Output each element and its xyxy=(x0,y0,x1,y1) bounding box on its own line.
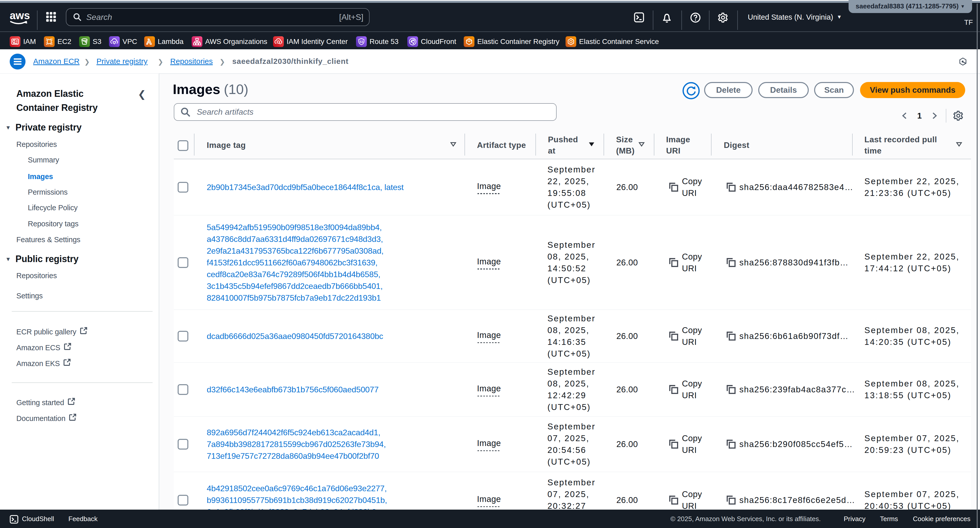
svg-text:53: 53 xyxy=(360,40,363,44)
svg-text:aws: aws xyxy=(10,11,30,21)
